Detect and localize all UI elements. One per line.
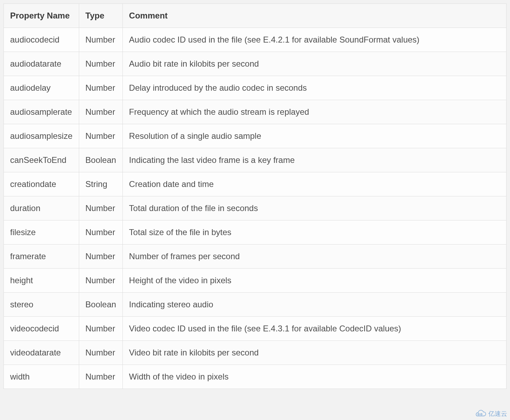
cell-type: String [79, 172, 122, 196]
watermark: 亿速云 [474, 410, 507, 418]
cell-comment: Resolution of a single audio sample [122, 124, 506, 148]
cell-comment: Video bit rate in kilobits per second [122, 341, 506, 365]
properties-table: Property Name Type Comment audiocodecid … [3, 3, 507, 389]
cell-property: filesize [4, 220, 79, 245]
cell-property: videocodecid [4, 317, 79, 341]
cell-type: Number [79, 220, 122, 245]
cell-comment: Frequency at which the audio stream is r… [122, 100, 506, 124]
cell-comment: Total size of the file in bytes [122, 220, 506, 245]
cell-comment: Indicating the last video frame is a key… [122, 148, 506, 172]
cell-type: Number [79, 124, 122, 148]
table-row: videocodecid Number Video codec ID used … [4, 317, 507, 341]
cell-comment: Creation date and time [122, 172, 506, 196]
svg-point-0 [478, 413, 479, 415]
cell-comment: Delay introduced by the audio codec in s… [122, 76, 506, 100]
cell-type: Number [79, 365, 122, 389]
col-comment: Comment [122, 4, 506, 28]
cell-type: Number [79, 52, 122, 76]
cell-property: creationdate [4, 172, 79, 196]
cell-property: framerate [4, 245, 79, 269]
cell-property: audiocodecid [4, 28, 79, 52]
cell-type: Number [79, 317, 122, 341]
cell-comment: Indicating stereo audio [122, 293, 506, 317]
table-row: audiosamplesize Number Resolution of a s… [4, 124, 507, 148]
cell-property: videodatarate [4, 341, 79, 365]
col-type: Type [79, 4, 122, 28]
cell-comment: Number of frames per second [122, 245, 506, 269]
cell-property: duration [4, 196, 79, 220]
cell-comment: Audio bit rate in kilobits per second [122, 52, 506, 76]
cloud-icon [474, 410, 486, 418]
table-row: canSeekToEnd Boolean Indicating the last… [4, 148, 507, 172]
cell-type: Number [79, 196, 122, 220]
cell-property: audiosamplerate [4, 100, 79, 124]
table-row: audiosamplerate Number Frequency at whic… [4, 100, 507, 124]
cell-property: width [4, 365, 79, 389]
cell-property: audiodatarate [4, 52, 79, 76]
cell-type: Number [79, 269, 122, 293]
table-header-row: Property Name Type Comment [4, 4, 507, 28]
cell-type: Boolean [79, 148, 122, 172]
cell-property: stereo [4, 293, 79, 317]
cell-comment: Height of the video in pixels [122, 269, 506, 293]
cell-type: Number [79, 341, 122, 365]
table-row: audiocodecid Number Audio codec ID used … [4, 28, 507, 52]
svg-point-1 [481, 413, 482, 415]
table-row: videodatarate Number Video bit rate in k… [4, 341, 507, 365]
cell-comment: Audio codec ID used in the file (see E.4… [122, 28, 506, 52]
cell-type: Number [79, 100, 122, 124]
page-root: Property Name Type Comment audiocodecid … [0, 0, 510, 392]
table-row: duration Number Total duration of the fi… [4, 196, 507, 220]
table-row: creationdate String Creation date and ti… [4, 172, 507, 196]
table-row: audiodelay Number Delay introduced by th… [4, 76, 507, 100]
cell-property: height [4, 269, 79, 293]
cell-type: Boolean [79, 293, 122, 317]
cell-property: canSeekToEnd [4, 148, 79, 172]
cell-property: audiodelay [4, 76, 79, 100]
cell-type: Number [79, 76, 122, 100]
table-row: width Number Width of the video in pixel… [4, 365, 507, 389]
cell-property: audiosamplesize [4, 124, 79, 148]
table-row: framerate Number Number of frames per se… [4, 245, 507, 269]
cell-comment: Total duration of the file in seconds [122, 196, 506, 220]
table-row: filesize Number Total size of the file i… [4, 220, 507, 245]
table-row: stereo Boolean Indicating stereo audio [4, 293, 507, 317]
cell-comment: Width of the video in pixels [122, 365, 506, 389]
col-property-name: Property Name [4, 4, 79, 28]
watermark-text: 亿速云 [488, 410, 507, 418]
table-row: audiodatarate Number Audio bit rate in k… [4, 52, 507, 76]
cell-type: Number [79, 28, 122, 52]
cell-type: Number [79, 245, 122, 269]
table-row: height Number Height of the video in pix… [4, 269, 507, 293]
cell-comment: Video codec ID used in the file (see E.4… [122, 317, 506, 341]
